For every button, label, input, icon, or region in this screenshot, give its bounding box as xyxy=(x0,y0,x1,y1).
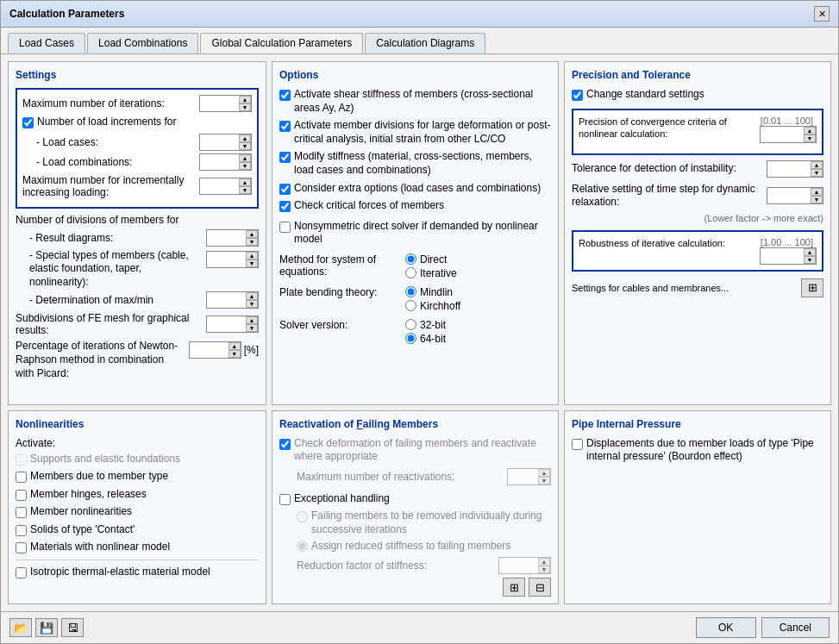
tab-load-combinations[interactable]: Load Combinations xyxy=(87,33,198,53)
save-button[interactable]: 💾 xyxy=(35,618,58,637)
method-iterative-radio[interactable] xyxy=(405,267,416,278)
max-iterations-up[interactable]: ▲ xyxy=(239,96,251,103)
isotropic-check[interactable] xyxy=(16,567,27,578)
displacements-check[interactable] xyxy=(572,439,583,450)
robustness-spinbox[interactable]: 1.00 ▲ ▼ xyxy=(760,247,817,265)
special-types-input[interactable]: 10 xyxy=(207,253,246,266)
modify-stiffness-check[interactable] xyxy=(279,152,291,163)
materials-nonlin-check[interactable] xyxy=(16,542,27,553)
percentage-spinbox[interactable]: 5 ▲ ▼ xyxy=(189,341,241,359)
cables-link[interactable]: Settings for cables and membranes... xyxy=(572,283,729,293)
load-cases-input[interactable]: 1 xyxy=(200,135,239,149)
precision-input[interactable]: 1.00 xyxy=(761,128,804,141)
ok-button[interactable]: OK xyxy=(696,617,756,638)
relative-spinbox[interactable]: 1.00 ▲ ▼ xyxy=(767,187,823,204)
solver-32bit-radio[interactable] xyxy=(405,319,416,330)
tolerance-input[interactable]: 1.00 xyxy=(767,162,811,176)
precision-up[interactable]: ▲ xyxy=(804,127,816,134)
max-incrementally-up[interactable]: ▲ xyxy=(239,178,251,186)
num-load-increments-check[interactable] xyxy=(22,117,34,128)
relative-input[interactable]: 1.00 xyxy=(767,189,811,203)
load-combinations-input[interactable]: 1 xyxy=(200,155,239,169)
subdivisions-up[interactable]: ▲ xyxy=(246,316,258,324)
reactivation-icon1[interactable]: ⊞ xyxy=(503,578,525,597)
member-divisions-check[interactable] xyxy=(279,121,291,132)
print-button[interactable]: 🖫 xyxy=(61,618,84,637)
subdivisions-down[interactable]: ▼ xyxy=(246,324,258,332)
load-combinations-down[interactable]: ▼ xyxy=(239,162,251,170)
exceptional-check[interactable] xyxy=(279,494,291,505)
special-types-up[interactable]: ▲ xyxy=(246,252,258,259)
max-reactivations-input[interactable]: 3 xyxy=(508,470,538,484)
max-incrementally-down[interactable]: ▼ xyxy=(239,186,251,194)
load-combinations-spinbox[interactable]: 1 ▲ ▼ xyxy=(199,153,252,171)
max-iterations-down[interactable]: ▼ xyxy=(239,103,251,111)
tab-calc-diagrams[interactable]: Calculation Diagrams xyxy=(365,33,485,53)
precision-down[interactable]: ▼ xyxy=(804,134,816,142)
change-standard-check[interactable] xyxy=(572,90,583,101)
special-types-down[interactable]: ▼ xyxy=(246,259,258,267)
close-button[interactable]: ✕ xyxy=(814,6,830,22)
determination-spinbox[interactable]: 10 ▲ ▼ xyxy=(206,291,259,309)
result-diagrams-down[interactable]: ▼ xyxy=(246,238,258,246)
solver-64bit-radio[interactable] xyxy=(405,333,416,344)
shear-stiffness-check[interactable] xyxy=(279,90,291,101)
result-diagrams-spinbox[interactable]: 10 ▲ ▼ xyxy=(206,229,259,247)
result-diagrams-up[interactable]: ▲ xyxy=(246,230,258,238)
members-type-check[interactable] xyxy=(16,472,27,483)
relative-down[interactable]: ▼ xyxy=(811,196,823,203)
reduction-spinbox[interactable]: 1000 ▲ ▼ xyxy=(498,557,551,574)
extra-options-check[interactable] xyxy=(279,184,291,195)
member-nonlin-check[interactable] xyxy=(16,507,27,518)
check-critical-check[interactable] xyxy=(279,201,291,212)
load-cases-down[interactable]: ▼ xyxy=(239,142,251,150)
robustness-up[interactable]: ▲ xyxy=(804,248,816,256)
special-types-spinbox[interactable]: 10 ▲ ▼ xyxy=(206,251,259,268)
tolerance-spinbox[interactable]: 1.00 ▲ ▼ xyxy=(767,160,823,178)
tab-load-cases[interactable]: Load Cases xyxy=(8,33,85,53)
plate-mindlin-radio[interactable] xyxy=(405,286,416,297)
tolerance-up[interactable]: ▲ xyxy=(811,161,823,169)
subdivisions-spinbox[interactable]: 3 ▲ ▼ xyxy=(206,316,259,333)
failing-radio[interactable] xyxy=(297,511,308,522)
relative-up[interactable]: ▲ xyxy=(811,188,823,196)
solids-contact-check[interactable] xyxy=(16,525,27,536)
open-button[interactable]: 📂 xyxy=(9,618,32,637)
supports-check[interactable] xyxy=(16,454,27,466)
reduction-down[interactable]: ▼ xyxy=(538,566,550,573)
subdivisions-input[interactable]: 3 xyxy=(207,317,246,331)
reactivation-icon2[interactable]: ⊟ xyxy=(529,578,551,597)
percentage-up[interactable]: ▲ xyxy=(229,342,241,350)
max-iterations-spinbox[interactable]: 100 ▲ ▼ xyxy=(199,95,252,112)
assign-radio[interactable] xyxy=(297,541,308,552)
determination-down[interactable]: ▼ xyxy=(246,300,258,308)
max-incrementally-spinbox[interactable]: 1000 ▲ ▼ xyxy=(199,178,252,195)
max-incrementally-input[interactable]: 1000 xyxy=(200,179,239,193)
load-cases-up[interactable]: ▲ xyxy=(239,134,251,142)
determination-input[interactable]: 10 xyxy=(207,293,246,307)
cancel-button[interactable]: Cancel xyxy=(761,617,830,638)
load-combinations-up[interactable]: ▲ xyxy=(239,154,251,162)
precision-spinbox[interactable]: 1.00 ▲ ▼ xyxy=(760,126,817,143)
robustness-input[interactable]: 1.00 xyxy=(761,249,804,263)
method-direct-radio[interactable] xyxy=(405,253,416,265)
member-hinges-check[interactable] xyxy=(16,490,27,501)
percentage-input[interactable]: 5 xyxy=(190,343,229,357)
percentage-down[interactable]: ▼ xyxy=(229,350,241,358)
robustness-down[interactable]: ▼ xyxy=(804,256,816,264)
tolerance-down[interactable]: ▼ xyxy=(811,169,823,177)
nonsymmetric-check[interactable] xyxy=(279,222,291,233)
load-cases-spinbox[interactable]: 1 ▲ ▼ xyxy=(199,134,252,151)
result-diagrams-input[interactable]: 10 xyxy=(207,231,246,245)
max-reactivations-down[interactable]: ▼ xyxy=(538,477,550,485)
tab-global-calc[interactable]: Global Calculation Parameters xyxy=(200,33,363,53)
max-iterations-input[interactable]: 100 xyxy=(200,97,239,110)
cables-icon-btn[interactable]: ⊞ xyxy=(801,278,823,297)
max-reactivations-spinbox[interactable]: 3 ▲ ▼ xyxy=(507,468,551,485)
reduction-up[interactable]: ▲ xyxy=(538,558,550,566)
plate-kirchhoff-radio[interactable] xyxy=(405,300,416,311)
check-deformation-check[interactable] xyxy=(279,439,291,450)
reduction-input[interactable]: 1000 xyxy=(499,559,538,572)
determination-up[interactable]: ▲ xyxy=(246,292,258,300)
max-reactivations-up[interactable]: ▲ xyxy=(538,469,550,477)
